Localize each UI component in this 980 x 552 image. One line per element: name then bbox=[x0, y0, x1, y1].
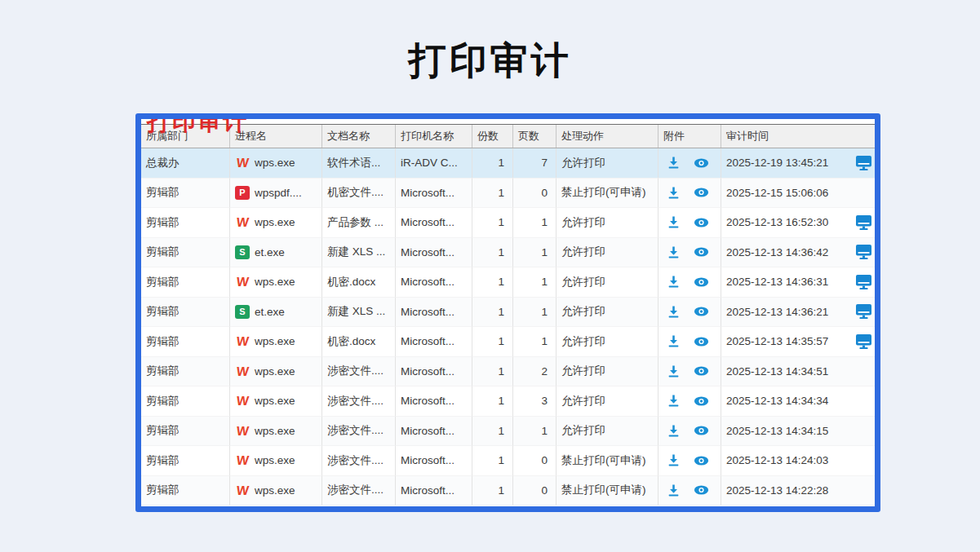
cell-printer: Microsoft... bbox=[396, 476, 472, 506]
process-name: wps.exe bbox=[255, 484, 295, 497]
process-name: wps.exe bbox=[255, 454, 295, 466]
download-icon[interactable] bbox=[667, 275, 681, 289]
cell-action: 允许打印 bbox=[557, 267, 659, 298]
eye-icon[interactable] bbox=[694, 336, 709, 347]
cell-department: 剪辑部 bbox=[141, 327, 230, 357]
eye-icon[interactable] bbox=[694, 276, 709, 288]
eye-icon[interactable] bbox=[694, 425, 709, 436]
column-header-time[interactable]: 审计时间 bbox=[721, 125, 875, 148]
table-row[interactable]: 剪辑部 W wps.exe 涉密文件.... Microsoft... 1 0 … bbox=[141, 476, 875, 506]
table-row[interactable]: 剪辑部 W wps.exe 涉密文件.... Microsoft... 1 2 … bbox=[141, 357, 875, 387]
table-row[interactable]: 剪辑部 S et.exe 新建 XLS ... Microsoft... 1 1… bbox=[141, 238, 875, 268]
audit-time-text: 2025-12-13 14:24:03 bbox=[726, 454, 828, 466]
download-icon[interactable] bbox=[667, 156, 681, 170]
eye-icon[interactable] bbox=[694, 365, 709, 377]
cell-pages: 2 bbox=[513, 357, 557, 387]
eye-icon[interactable] bbox=[694, 217, 709, 228]
eye-icon[interactable] bbox=[694, 395, 709, 407]
cell-printer: Microsoft... bbox=[396, 238, 472, 268]
download-icon[interactable] bbox=[667, 394, 681, 408]
cell-audit-time: 2025-12-13 14:34:34 bbox=[721, 386, 875, 417]
download-icon[interactable] bbox=[667, 245, 681, 259]
eye-icon[interactable] bbox=[694, 157, 709, 169]
cell-printer: Microsoft... bbox=[396, 208, 472, 238]
column-header-pages[interactable]: 页数 bbox=[513, 125, 557, 148]
cell-copies: 1 bbox=[472, 238, 513, 268]
cell-printer: Microsoft... bbox=[396, 267, 472, 298]
monitor-icon[interactable] bbox=[855, 244, 872, 260]
monitor-icon[interactable] bbox=[855, 303, 872, 320]
cell-department: 剪辑部 bbox=[141, 208, 230, 238]
cell-document: 涉密文件.... bbox=[322, 446, 396, 476]
download-icon[interactable] bbox=[667, 334, 681, 348]
cell-attachment bbox=[659, 179, 721, 209]
wps-process-icon: W bbox=[234, 394, 251, 408]
table-row[interactable]: 剪辑部 W wps.exe 产品参数 ... Microsoft... 1 1 … bbox=[141, 208, 875, 238]
cell-copies: 1 bbox=[472, 298, 513, 328]
audit-time-text: 2025-12-13 16:52:30 bbox=[726, 216, 828, 228]
download-icon[interactable] bbox=[667, 186, 681, 200]
cell-action: 允许打印 bbox=[557, 238, 659, 268]
download-icon[interactable] bbox=[667, 364, 681, 378]
process-name: wps.exe bbox=[255, 425, 295, 437]
download-icon[interactable] bbox=[667, 424, 681, 438]
wpspdf-process-icon: P bbox=[235, 186, 250, 200]
column-header-action[interactable]: 处理动作 bbox=[557, 125, 659, 148]
audit-time-text: 2025-12-13 14:34:15 bbox=[726, 425, 828, 437]
table-row[interactable]: 剪辑部 W wps.exe 涉密文件.... Microsoft... 1 1 … bbox=[141, 417, 875, 447]
cell-printer: iR-ADV C... bbox=[396, 148, 472, 179]
column-header-attach[interactable]: 附件 bbox=[659, 125, 721, 148]
download-icon[interactable] bbox=[667, 305, 681, 319]
monitor-icon[interactable] bbox=[855, 333, 872, 350]
cell-printer: Microsoft... bbox=[396, 298, 472, 328]
cell-department: 剪辑部 bbox=[141, 446, 230, 476]
download-icon[interactable] bbox=[667, 215, 681, 229]
cell-printer: Microsoft... bbox=[396, 446, 472, 476]
cell-attachment bbox=[659, 148, 721, 179]
process-name: wps.exe bbox=[255, 395, 295, 407]
table-row[interactable]: 剪辑部 P wpspdf.... 机密文件.... Microsoft... 1… bbox=[141, 179, 875, 209]
download-icon[interactable] bbox=[667, 453, 681, 467]
eye-icon[interactable] bbox=[694, 187, 709, 198]
monitor-icon[interactable] bbox=[855, 274, 872, 290]
cell-pages: 1 bbox=[513, 267, 557, 298]
cell-printer: Microsoft... bbox=[396, 357, 472, 387]
cell-process: W wps.exe bbox=[230, 148, 322, 179]
wps-process-icon: W bbox=[234, 215, 251, 229]
column-header-printer[interactable]: 打印机名称 bbox=[396, 125, 472, 148]
table-row[interactable]: 剪辑部 W wps.exe 机密.docx Microsoft... 1 1 允… bbox=[141, 267, 875, 298]
cell-process: W wps.exe bbox=[230, 208, 322, 238]
table-row[interactable]: 剪辑部 W wps.exe 涉密文件.... Microsoft... 1 3 … bbox=[141, 386, 875, 417]
column-header-doc[interactable]: 文档名称 bbox=[322, 125, 396, 148]
cell-pages: 1 bbox=[513, 298, 557, 328]
cell-pages: 3 bbox=[513, 386, 557, 417]
table-row[interactable]: 剪辑部 W wps.exe 机密.docx Microsoft... 1 1 允… bbox=[141, 327, 875, 357]
table-row[interactable]: 剪辑部 S et.exe 新建 XLS ... Microsoft... 1 1… bbox=[141, 298, 875, 328]
monitor-icon[interactable] bbox=[855, 214, 872, 231]
cell-process: W wps.exe bbox=[230, 267, 322, 298]
cell-attachment bbox=[659, 417, 721, 447]
cell-action: 允许打印 bbox=[557, 148, 659, 179]
cell-process: W wps.exe bbox=[230, 476, 322, 506]
column-header-copies[interactable]: 份数 bbox=[472, 125, 513, 148]
wps-process-icon: W bbox=[234, 364, 251, 378]
wps-process-icon: W bbox=[234, 156, 251, 170]
monitor-icon[interactable] bbox=[855, 155, 872, 171]
table-row[interactable]: 剪辑部 W wps.exe 涉密文件.... Microsoft... 1 0 … bbox=[141, 446, 875, 476]
cell-action: 禁止打印(可申请) bbox=[557, 476, 659, 506]
cell-audit-time: 2025-12-13 14:24:03 bbox=[721, 446, 875, 476]
cell-attachment bbox=[659, 446, 721, 476]
cell-action: 允许打印 bbox=[557, 357, 659, 387]
cell-copies: 1 bbox=[472, 179, 513, 209]
cell-attachment bbox=[659, 357, 721, 387]
table-row[interactable]: 总裁办 W wps.exe 软件术语... iR-ADV C... 1 7 允许… bbox=[141, 148, 875, 179]
cell-printer: Microsoft... bbox=[396, 386, 472, 417]
audit-time-text: 2025-12-19 13:45:21 bbox=[726, 157, 828, 169]
eye-icon[interactable] bbox=[694, 306, 709, 317]
eye-icon[interactable] bbox=[694, 455, 709, 466]
cell-audit-time: 2025-12-13 14:35:57 bbox=[721, 327, 875, 357]
download-icon[interactable] bbox=[667, 484, 681, 497]
cell-audit-time: 2025-12-13 14:34:15 bbox=[721, 417, 875, 447]
eye-icon[interactable] bbox=[694, 246, 709, 258]
eye-icon[interactable] bbox=[694, 484, 709, 496]
